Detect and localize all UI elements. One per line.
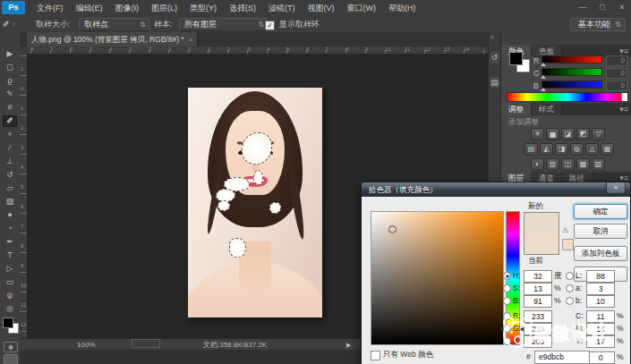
path-selection-tool[interactable]: ▷ [3, 263, 17, 275]
menu-item-select[interactable]: 选择(S) [223, 0, 262, 16]
close-icon[interactable]: × [617, 0, 627, 16]
adjustment-selective-color-icon[interactable]: ▩ [576, 158, 590, 171]
hex-input[interactable]: e9dbcb [534, 351, 590, 364]
hand-tool[interactable]: ψ [3, 290, 17, 301]
slider-value-G[interactable]: 0 [606, 68, 627, 79]
selection-area-chin[interactable] [229, 238, 246, 258]
m-input[interactable]: 16 [586, 323, 615, 335]
b-lab-input[interactable]: 10 [586, 295, 615, 308]
quick-selection-tool[interactable]: ✎ [3, 89, 17, 100]
move-tool[interactable]: ▶ [3, 48, 17, 60]
dodge-tool[interactable]: ◔ [3, 223, 17, 234]
slider-value-B[interactable]: 0 [606, 80, 627, 91]
crop-tool[interactable]: # [3, 102, 17, 114]
a-radio[interactable] [566, 284, 574, 292]
maximize-icon[interactable]: □ [597, 0, 608, 16]
zoom-tool[interactable]: ◎ [3, 303, 17, 315]
photo-document[interactable] [188, 88, 322, 317]
show-ring-checkbox[interactable]: ✓ [265, 16, 275, 32]
quick-mask-icon[interactable]: ◉ [4, 342, 18, 352]
k-input[interactable]: 0 [586, 351, 615, 364]
slider-handle-G[interactable] [541, 75, 546, 79]
menu-item-window[interactable]: 窗口(W) [341, 0, 383, 16]
screen-mode-icon[interactable] [4, 354, 18, 364]
adjustment-gradient-map-icon[interactable]: ▧ [592, 158, 605, 171]
y-input[interactable]: 17 [586, 335, 615, 348]
menu-item-file[interactable]: 文件(F) [30, 0, 70, 16]
menu-item-type[interactable]: 类型(Y) [183, 0, 223, 16]
pen-tool[interactable]: ✒ [3, 236, 17, 248]
marquee-tool[interactable]: ◻ [3, 62, 17, 73]
clone-stamp-tool[interactable]: ⊥ [3, 156, 17, 167]
adjustment-color-balance-icon[interactable]: ◭ [540, 143, 553, 156]
gamut-safe-swatch[interactable] [562, 239, 574, 250]
add-to-swatches-button[interactable]: 添加到色板 [574, 246, 627, 261]
menu-item-view[interactable]: 视图(V) [302, 0, 341, 16]
lasso-tool[interactable]: ϱ [3, 75, 17, 87]
dialog-close-icon[interactable]: × [606, 182, 626, 194]
adjustment-photo-filter-icon[interactable]: ◍ [570, 143, 584, 156]
slider-handle-R[interactable] [541, 63, 546, 66]
ok-button[interactable]: 确定 [574, 204, 627, 219]
adjustment-hue-saturation-icon[interactable]: ▤ [524, 143, 538, 156]
adjustment-color-lookup-icon[interactable]: ▦ [601, 143, 614, 156]
menu-item-edit[interactable]: 编辑(E) [70, 0, 109, 16]
slider-track-B[interactable] [541, 80, 602, 89]
menu-item-filter[interactable]: 滤镜(T) [262, 0, 302, 16]
eyedropper-tool[interactable]: ✐ [3, 115, 17, 127]
web-only-checkbox[interactable] [371, 351, 380, 360]
adjustments-panel-menu-icon[interactable]: ▾≡ [619, 103, 628, 115]
c-input[interactable]: 11 [586, 310, 615, 323]
adjustment-curves-icon[interactable]: ◪ [561, 128, 575, 140]
sample-size-dropdown[interactable]: 取样点⇅ [79, 18, 149, 31]
selection-area-brow[interactable] [253, 170, 263, 185]
color-spectrum-ramp[interactable] [507, 92, 628, 102]
adjustment-brightness-contrast-icon[interactable]: ☀ [531, 128, 544, 140]
current-tool-icon[interactable]: ✐ ▾ [3, 16, 30, 32]
document-tab[interactable]: 人物.png @ 100% (背景图层 拷贝, RGB/8#) *× [27, 32, 198, 47]
sample-dropdown[interactable]: 所有图层⇅ [179, 18, 268, 31]
adjustment-channel-mixer-icon[interactable]: ◬ [585, 143, 599, 156]
slider-track-G[interactable] [541, 68, 602, 76]
adjustment-vibrance-icon[interactable]: ▽ [592, 128, 605, 140]
healing-brush-tool[interactable]: + [3, 129, 17, 140]
blur-tool[interactable]: ● [3, 209, 17, 221]
foreground-color-swatch[interactable] [3, 317, 13, 328]
slider-handle-B[interactable] [541, 88, 546, 91]
slider-track-R[interactable] [541, 55, 602, 63]
cancel-button[interactable]: 取消 [574, 224, 627, 239]
menu-item-help[interactable]: 帮助(H) [382, 0, 422, 16]
eraser-tool[interactable]: ▱ [3, 182, 17, 194]
expand-panels-icon[interactable]: « [490, 34, 494, 40]
white-chip[interactable] [621, 93, 627, 101]
brush-tool[interactable]: ∕ [3, 142, 17, 154]
tab-adjustments-1[interactable]: 样式 [532, 103, 562, 115]
a-input[interactable]: 3 [586, 283, 615, 295]
slider-value-R[interactable]: 0 [606, 55, 627, 66]
tab-close-icon[interactable]: × [189, 36, 193, 44]
type-tool[interactable]: T [3, 250, 17, 261]
l-input[interactable]: 88 [586, 270, 615, 283]
menu-item-layer[interactable]: 图层(L) [145, 0, 183, 16]
gradient-tool[interactable]: ▨ [3, 196, 17, 207]
b-lab-radio[interactable] [566, 297, 574, 305]
adjustment-levels-icon[interactable]: ▅ [546, 128, 559, 140]
properties-panel-icon[interactable]: ▤ [490, 77, 499, 89]
panel-foreground-swatch[interactable] [509, 52, 523, 65]
shape-tool[interactable]: ▭ [3, 276, 17, 288]
minimize-icon[interactable]: — [577, 0, 588, 16]
l-radio[interactable] [566, 272, 574, 280]
adjustment-invert-icon[interactable]: ◐ [531, 158, 544, 171]
history-panel-icon[interactable]: ↺ [490, 52, 499, 63]
gamut-warning-icon[interactable]: ⚠ [562, 226, 568, 234]
color-field-marker[interactable] [388, 225, 397, 233]
workspace-selector[interactable]: 基本功能⇅ [570, 18, 626, 31]
dialog-title-bar[interactable]: 拾色器（填充颜色） × [362, 182, 630, 197]
history-brush-tool[interactable]: ↺ [3, 169, 17, 181]
adjustment-exposure-icon[interactable]: ◩ [576, 128, 590, 140]
adjustment-threshold-icon[interactable]: ◫ [561, 158, 575, 171]
selection-area-left-cheek-small[interactable] [217, 200, 230, 211]
adjustment-posterize-icon[interactable]: ▥ [546, 158, 559, 171]
tab-adjustments-0[interactable]: 调整 [501, 103, 532, 115]
menu-item-image[interactable]: 图像(I) [109, 0, 146, 16]
